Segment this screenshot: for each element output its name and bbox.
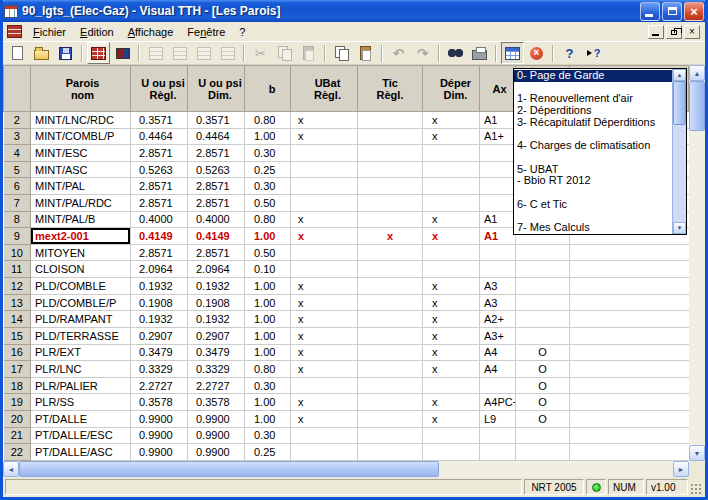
cell-deper[interactable] bbox=[423, 178, 480, 195]
cell-u_regl[interactable]: 0.2907 bbox=[131, 327, 188, 344]
cell-ax[interactable]: A2+ bbox=[480, 311, 516, 328]
cell-deper[interactable]: x bbox=[423, 327, 480, 344]
row-number[interactable]: 18 bbox=[4, 377, 31, 394]
cell-ax[interactable]: A3+ bbox=[480, 327, 516, 344]
cell-ax[interactable]: L9 bbox=[480, 410, 516, 427]
cell-u_dim[interactable]: 0.4000 bbox=[188, 211, 245, 228]
cell-tic[interactable] bbox=[358, 361, 423, 378]
dropdown-item[interactable]: 2- Déperditions bbox=[514, 105, 672, 117]
cell-u_dim[interactable]: 2.8571 bbox=[188, 145, 245, 162]
undo-button[interactable]: ↶ bbox=[387, 42, 410, 64]
context-help-button[interactable]: ? bbox=[582, 42, 605, 64]
cell-u_dim[interactable]: 2.0964 bbox=[188, 261, 245, 278]
row-number[interactable]: 7 bbox=[4, 195, 31, 212]
cell-u_dim[interactable]: 0.1932 bbox=[188, 311, 245, 328]
cell-ubat[interactable] bbox=[291, 261, 358, 278]
save-button[interactable] bbox=[54, 42, 77, 64]
cell-ax[interactable]: A1+ bbox=[480, 128, 516, 145]
cell-name[interactable]: PLR/LNC bbox=[31, 361, 131, 378]
col-header-b[interactable]: b bbox=[245, 66, 291, 112]
cell-deper[interactable]: x bbox=[423, 278, 480, 295]
new-document-button[interactable] bbox=[6, 42, 29, 64]
cell-name[interactable]: MINT/PAL bbox=[31, 178, 131, 195]
cell-name[interactable]: MINT/ESC bbox=[31, 145, 131, 162]
cell-ax[interactable]: A4 bbox=[480, 344, 516, 361]
cell-b[interactable]: 1.00 bbox=[245, 344, 291, 361]
col-header-u_regl[interactable]: U ou psi Règl. bbox=[131, 66, 188, 112]
col-header-deper[interactable]: Déper Dim. bbox=[423, 66, 480, 112]
cell-tic[interactable] bbox=[358, 294, 423, 311]
cell-deper[interactable]: x bbox=[423, 361, 480, 378]
document-icon[interactable] bbox=[7, 25, 22, 38]
cell-tic[interactable] bbox=[358, 211, 423, 228]
copy-sheet-button[interactable] bbox=[330, 42, 353, 64]
cell-u_dim[interactable]: 0.9900 bbox=[188, 427, 245, 444]
row-number[interactable]: 20 bbox=[4, 410, 31, 427]
cell-ax[interactable] bbox=[480, 178, 516, 195]
help-button[interactable]: ? bbox=[558, 42, 581, 64]
cell-o[interactable]: O bbox=[516, 410, 570, 427]
cell-b[interactable]: 0.10 bbox=[245, 261, 291, 278]
cell-b[interactable]: 1.00 bbox=[245, 327, 291, 344]
cell-tic[interactable] bbox=[358, 344, 423, 361]
row-number[interactable]: 11 bbox=[4, 261, 31, 278]
row-number[interactable]: 16 bbox=[4, 344, 31, 361]
cell-o[interactable] bbox=[516, 427, 570, 444]
dropdown-item[interactable]: 4- Charges de climatisation bbox=[514, 140, 672, 152]
cell-tic[interactable] bbox=[358, 278, 423, 295]
cell-u_dim[interactable]: 0.1908 bbox=[188, 294, 245, 311]
cell-deper[interactable]: x bbox=[423, 311, 480, 328]
cell-deper[interactable]: x bbox=[423, 410, 480, 427]
open-file-button[interactable] bbox=[30, 42, 53, 64]
cell-o[interactable]: O bbox=[516, 344, 570, 361]
child-restore-button[interactable] bbox=[666, 25, 682, 39]
cell-o[interactable] bbox=[516, 311, 570, 328]
scroll-down-arrow[interactable]: ▼ bbox=[689, 445, 705, 461]
cell-ubat[interactable]: x bbox=[291, 112, 358, 129]
sheet-selector-button[interactable] bbox=[501, 42, 524, 64]
cell-ax[interactable]: A1 bbox=[480, 112, 516, 129]
cell-u_dim[interactable]: 0.9900 bbox=[188, 444, 245, 461]
table-view-3-button[interactable] bbox=[192, 42, 215, 64]
cell-b[interactable]: 1.00 bbox=[245, 294, 291, 311]
cell-deper[interactable]: x bbox=[423, 228, 480, 245]
row-number[interactable]: 21 bbox=[4, 427, 31, 444]
cell-b[interactable]: 1.00 bbox=[245, 394, 291, 411]
cell-u_dim[interactable]: 0.3479 bbox=[188, 344, 245, 361]
row-number[interactable]: 19 bbox=[4, 394, 31, 411]
row-number[interactable]: 12 bbox=[4, 278, 31, 295]
dropdown-scroll-down[interactable]: ▼ bbox=[673, 222, 686, 234]
cell-name[interactable]: PLD/COMBLE bbox=[31, 278, 131, 295]
minimize-button[interactable] bbox=[640, 2, 660, 21]
row-number[interactable]: 6 bbox=[4, 178, 31, 195]
vertical-scroll-thumb[interactable] bbox=[689, 81, 705, 131]
menu-affichage[interactable]: Affichage bbox=[121, 24, 181, 40]
cell-u_regl[interactable]: 0.4464 bbox=[131, 128, 188, 145]
cell-ubat[interactable] bbox=[291, 444, 358, 461]
cell-ubat[interactable]: x bbox=[291, 327, 358, 344]
cell-deper[interactable] bbox=[423, 261, 480, 278]
cell-u_regl[interactable]: 0.3571 bbox=[131, 112, 188, 129]
cell-name[interactable]: MINT/ASC bbox=[31, 161, 131, 178]
cell-u_regl[interactable]: 2.2727 bbox=[131, 377, 188, 394]
cell-o[interactable] bbox=[516, 278, 570, 295]
cell-ubat[interactable] bbox=[291, 195, 358, 212]
cell-u_dim[interactable]: 0.4464 bbox=[188, 128, 245, 145]
cell-b[interactable]: 0.30 bbox=[245, 178, 291, 195]
cell-ax[interactable] bbox=[480, 444, 516, 461]
scroll-up-arrow[interactable]: ▲ bbox=[689, 65, 705, 81]
cell-u_regl[interactable]: 0.3578 bbox=[131, 394, 188, 411]
cell-ubat[interactable]: x bbox=[291, 128, 358, 145]
row-number[interactable]: 22 bbox=[4, 444, 31, 461]
cell-tic[interactable] bbox=[358, 128, 423, 145]
copy-button[interactable] bbox=[273, 42, 296, 64]
menu-fenetre[interactable]: Fenêtre bbox=[180, 24, 232, 40]
scroll-right-arrow[interactable]: ► bbox=[673, 461, 689, 477]
dropdown-item[interactable]: 0- Page de Garde bbox=[514, 70, 672, 82]
cell-deper[interactable] bbox=[423, 377, 480, 394]
cell-ubat[interactable] bbox=[291, 178, 358, 195]
cell-u_regl[interactable]: 2.8571 bbox=[131, 195, 188, 212]
menu-edition[interactable]: Edition bbox=[73, 24, 121, 40]
cell-ubat[interactable]: x bbox=[291, 311, 358, 328]
cell-ubat[interactable] bbox=[291, 377, 358, 394]
